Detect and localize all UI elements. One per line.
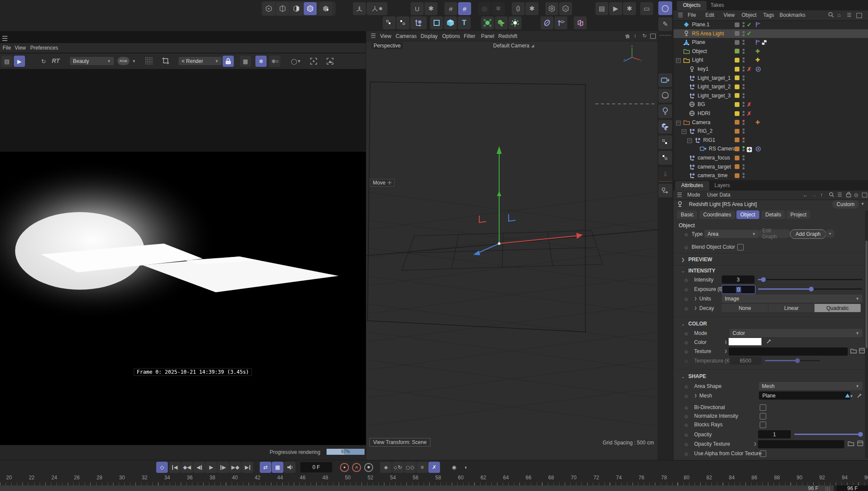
ruler-frame-88[interactable]: 88 xyxy=(768,475,786,481)
expand-toggle[interactable]: − xyxy=(676,121,681,125)
object-mode-button[interactable] xyxy=(319,2,332,15)
field-object-button[interactable] xyxy=(481,16,494,29)
opacity-slider[interactable] xyxy=(794,434,862,435)
am-search-icon[interactable] xyxy=(829,192,835,198)
move-tool-button[interactable] xyxy=(410,16,427,29)
ruler-frame-78[interactable]: 78 xyxy=(655,475,673,481)
object-row-camera-focus[interactable]: camera_focus xyxy=(673,153,868,162)
layer-chip[interactable] xyxy=(735,147,739,151)
object-row-light[interactable]: −Light✚ xyxy=(673,56,868,64)
ruler-frame-60[interactable]: 60 xyxy=(452,475,469,481)
ruler-frame-50[interactable]: 50 xyxy=(339,475,356,481)
visibility-dots[interactable] xyxy=(742,40,745,45)
tab-takes[interactable]: Takes xyxy=(711,2,724,8)
mesh-link-field[interactable]: Plane xyxy=(759,391,850,400)
modeling-settings-button[interactable] xyxy=(545,2,558,15)
select-parent-button[interactable] xyxy=(658,151,672,165)
object-row-hdri[interactable]: HDRI✗ xyxy=(673,109,868,118)
mesh-caret-icon[interactable]: ▼ xyxy=(849,394,853,398)
drop-to-floor-button[interactable]: ⇓ xyxy=(658,167,672,182)
render-region-dropdown[interactable]: < Render▼ xyxy=(179,57,222,65)
range-grip[interactable]: ||| xyxy=(825,486,830,491)
layer-chip[interactable] xyxy=(735,173,739,178)
disabled-x-icon[interactable]: ✗ xyxy=(747,101,752,108)
solo-off-button[interactable]: ◉ xyxy=(448,462,460,473)
object-row-light-target-2[interactable]: Light_target_2 xyxy=(673,82,868,91)
units-dropdown[interactable]: Image▼ xyxy=(722,294,862,303)
vp-menu-display[interactable]: Display xyxy=(421,33,437,39)
am-new-panel-icon[interactable] xyxy=(862,193,867,197)
tab-details[interactable]: Details xyxy=(761,210,785,219)
ruler-frame-56[interactable]: 56 xyxy=(407,475,424,481)
next-frame-button[interactable]: ▶ xyxy=(217,462,229,473)
ruler-frame-74[interactable]: 74 xyxy=(610,475,627,481)
volume-builder-button[interactable] xyxy=(495,16,508,29)
am-forward-icon[interactable]: → xyxy=(811,192,817,198)
preset-dropdown[interactable]: Custom xyxy=(832,200,859,209)
object-row-object[interactable]: Object✚ xyxy=(673,47,868,56)
channel-badge[interactable]: RGB xyxy=(117,57,129,65)
ruler-frame-64[interactable]: 64 xyxy=(497,475,515,481)
vp-menu-view[interactable]: View xyxy=(380,33,391,39)
ruler-frame-80[interactable]: 80 xyxy=(678,475,695,481)
zoom-view-icon[interactable]: ↕ xyxy=(634,33,636,39)
sphere-object-button[interactable] xyxy=(658,89,672,103)
am-lock-icon[interactable] xyxy=(846,192,851,197)
ruler-frame-48[interactable]: 48 xyxy=(317,475,334,481)
attributes-scrollbar[interactable] xyxy=(865,210,868,458)
layer-chip[interactable] xyxy=(735,138,739,142)
render-view-button[interactable]: ▤ xyxy=(595,2,608,15)
tag-flag-icon[interactable] xyxy=(755,22,760,28)
circle-tool-button[interactable]: ◎ xyxy=(478,2,491,15)
visibility-dots[interactable] xyxy=(742,173,745,178)
layer-chip[interactable] xyxy=(735,164,739,169)
ruler-frame-68[interactable]: 68 xyxy=(542,475,560,481)
layer-chip[interactable] xyxy=(735,49,739,53)
object-row-light-target-3[interactable]: Light_target_3 xyxy=(673,91,868,100)
texture-field[interactable] xyxy=(729,347,848,356)
expand-toggle[interactable]: − xyxy=(676,58,681,63)
start-render-button[interactable]: ▶ xyxy=(14,56,25,67)
simulation-button[interactable] xyxy=(509,16,522,29)
record-keyframe-button[interactable]: ◇ xyxy=(156,462,168,473)
goto-end-button[interactable]: ▶ xyxy=(242,462,253,473)
range-end-field[interactable]: 96 F xyxy=(837,485,868,491)
visibility-dots[interactable] xyxy=(742,138,745,143)
object-row-plane-1[interactable]: Plane.1✓ xyxy=(673,20,868,29)
layer-chip[interactable] xyxy=(735,120,739,125)
om-menu-view[interactable]: View xyxy=(723,12,735,18)
points-mode-button[interactable] xyxy=(262,2,275,15)
path-tool-button[interactable] xyxy=(658,184,672,197)
edges-mode-button[interactable] xyxy=(276,2,289,15)
visibility-dots[interactable] xyxy=(742,128,745,134)
ab-compare-icon[interactable]: ▦ xyxy=(240,56,251,67)
enabled-check-icon[interactable]: ✓ xyxy=(747,22,752,28)
om-menu-tags[interactable]: Tags xyxy=(763,12,774,18)
layer-chip[interactable] xyxy=(735,22,739,27)
object-row-camera-target[interactable]: camera_target xyxy=(673,163,868,171)
bidirectional-checkbox[interactable] xyxy=(760,404,766,411)
current-frame-field[interactable]: 0 F xyxy=(300,462,332,472)
vp-menu-filter[interactable]: Filter xyxy=(464,33,475,39)
tab-object[interactable]: Object xyxy=(736,210,759,219)
next-key-button[interactable]: ▶◆ xyxy=(230,462,241,473)
ruler-frame-96[interactable]: 96 xyxy=(859,475,868,481)
graph-options-button[interactable]: ▼ xyxy=(825,229,835,238)
rectangle-selection-button[interactable] xyxy=(396,16,409,29)
ruler-frame-20[interactable]: 20 xyxy=(0,475,18,481)
camera-label[interactable]: Default Camera xyxy=(493,43,529,49)
render-pass-dropdown[interactable]: Beauty▼ xyxy=(70,57,114,65)
timeline-ticks[interactable] xyxy=(0,482,868,485)
visibility-dots[interactable] xyxy=(742,75,745,81)
om-home-icon[interactable]: ⌂ xyxy=(837,12,841,18)
tag-target-icon[interactable] xyxy=(755,146,761,152)
keying-settings-button[interactable]: ✱ xyxy=(363,462,374,473)
ruler-frame-32[interactable]: 32 xyxy=(136,475,153,481)
rv-menu-preferences[interactable]: Preferences xyxy=(30,45,58,51)
ruler-frame-38[interactable]: 38 xyxy=(204,475,221,481)
focus-point-icon[interactable] xyxy=(308,56,319,67)
preview-range-slider[interactable]: 96 F ||| xyxy=(0,485,834,491)
rv-menu-file[interactable]: File xyxy=(3,45,11,51)
visibility-dots[interactable] xyxy=(742,22,745,27)
snowflake-freeze-icon[interactable]: ❄ xyxy=(255,56,267,67)
